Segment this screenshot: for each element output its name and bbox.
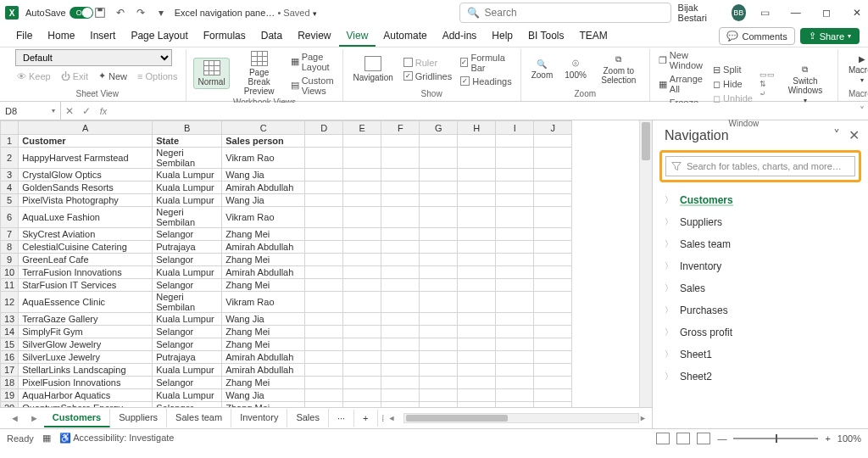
cell[interactable] [343,228,381,241]
cell[interactable] [343,351,381,364]
normal-view-icon[interactable] [656,433,670,444]
cell[interactable]: Zhang Mei [222,326,305,338]
cell[interactable] [343,148,381,169]
expand-formula-icon[interactable]: ˅ [856,105,868,117]
cell[interactable] [420,241,458,254]
cell[interactable] [420,292,458,313]
navigation-button[interactable]: Navigation [350,54,397,84]
cell[interactable] [458,351,496,364]
row-header[interactable]: 7 [1,228,19,241]
row-header[interactable]: 15 [1,338,19,351]
cell[interactable] [534,377,572,389]
cell[interactable]: SimplyFit Gym [19,326,153,338]
status-mode-icon[interactable]: ▦ [42,433,51,444]
cell[interactable] [458,292,496,313]
redo-icon[interactable]: ↷ [134,6,147,20]
cell[interactable] [420,228,458,241]
cell[interactable]: Vikram Rao [222,207,305,228]
cell[interactable]: Wang Jia [222,194,305,207]
row-header[interactable]: 9 [1,254,19,266]
cell[interactable]: PixelVista Photography [19,194,153,207]
cell[interactable] [496,135,534,148]
cell[interactable] [534,169,572,182]
name-box[interactable]: D8▾ [0,102,61,120]
cell[interactable] [458,182,496,194]
cell[interactable]: Kuala Lumpur [153,169,222,182]
cell[interactable]: StarFusion IT Services [19,279,153,292]
cell[interactable] [305,254,343,266]
cell[interactable]: Amirah Abdullah [222,351,305,364]
cell[interactable] [496,313,534,326]
cell[interactable] [534,148,572,169]
cell[interactable] [496,241,534,254]
cell[interactable] [458,169,496,182]
cell[interactable] [381,377,420,389]
col-header-I[interactable]: I [496,121,534,135]
pagebreak-button[interactable]: Page Break Preview [235,49,284,98]
nav-item-sheet1[interactable]: 〉Sheet1 [656,344,865,366]
row-header[interactable]: 5 [1,194,19,207]
pagelayout-button[interactable]: ▦Page Layout [289,51,336,73]
cell[interactable]: Amirah Abdullah [222,241,305,254]
cell[interactable]: SilverGlow Jewelry [19,338,153,351]
cell[interactable] [381,194,420,207]
cell[interactable] [381,338,420,351]
cell[interactable] [420,402,458,408]
pagelayout-view-icon[interactable] [676,433,690,444]
cell[interactable] [343,389,381,402]
cell[interactable] [458,389,496,402]
pagebreak-view-icon[interactable] [697,433,710,444]
cell[interactable]: Selangor [153,377,222,389]
zoom-100-button[interactable]: ⦾100% [561,57,590,81]
col-header-D[interactable]: D [305,121,343,135]
cell[interactable] [458,135,496,148]
cell[interactable]: PixelFusion Innovations [19,377,153,389]
cell[interactable] [420,254,458,266]
nav-item-inventory[interactable]: 〉Inventory [656,255,865,277]
tab-nav-next-icon[interactable]: ► [25,413,44,423]
sheet-tab-sales[interactable]: Sales [287,409,329,427]
tab-more-button[interactable]: ··· [329,410,354,427]
worksheet-grid[interactable]: ABCDEFGHIJ1CustomerStateSales person2Hap… [0,120,572,407]
hscroll-right-icon[interactable]: ► [639,414,647,422]
cell[interactable] [343,402,381,408]
vertical-scrollbar[interactable] [639,120,652,407]
row-header[interactable]: 8 [1,241,19,254]
cell[interactable] [343,241,381,254]
cell[interactable] [496,266,534,279]
cell[interactable] [496,279,534,292]
cell[interactable] [305,279,343,292]
cell[interactable] [305,389,343,402]
cell[interactable]: Kuala Lumpur [153,389,222,402]
tab-split-icon[interactable]: ⁞ [378,413,388,424]
cell[interactable]: Selangor [153,228,222,241]
hide-button[interactable]: ◻Hide [711,78,754,91]
menu-tab-help[interactable]: Help [484,26,520,47]
cell[interactable] [381,402,420,408]
cell[interactable] [343,377,381,389]
cell[interactable] [305,194,343,207]
cell[interactable] [534,326,572,338]
cell[interactable]: CelestialCuisine Catering [19,241,153,254]
new-view-button[interactable]: ✦New [97,70,129,82]
cell[interactable] [381,148,420,169]
sync-scroll-icon[interactable]: ⇅ [760,80,775,88]
menu-tab-team[interactable]: TEAM [572,26,615,47]
row-header[interactable]: 2 [1,148,19,169]
cell[interactable] [534,338,572,351]
cell[interactable] [305,338,343,351]
cell[interactable]: Kuala Lumpur [153,182,222,194]
col-header-F[interactable]: F [381,121,420,135]
qat-dropdown-icon[interactable]: ▾ [154,6,168,20]
cell[interactable] [496,292,534,313]
cell[interactable]: GoldenSands Resorts [19,182,153,194]
cell[interactable] [343,313,381,326]
cell[interactable] [420,135,458,148]
cell[interactable] [458,266,496,279]
nav-pane-dropdown-icon[interactable]: ˅ [833,127,840,143]
save-icon[interactable] [93,6,107,20]
cell[interactable] [381,169,420,182]
maximize-icon[interactable]: ◻ [815,1,837,25]
row-header[interactable]: 14 [1,326,19,338]
cell[interactable] [458,279,496,292]
